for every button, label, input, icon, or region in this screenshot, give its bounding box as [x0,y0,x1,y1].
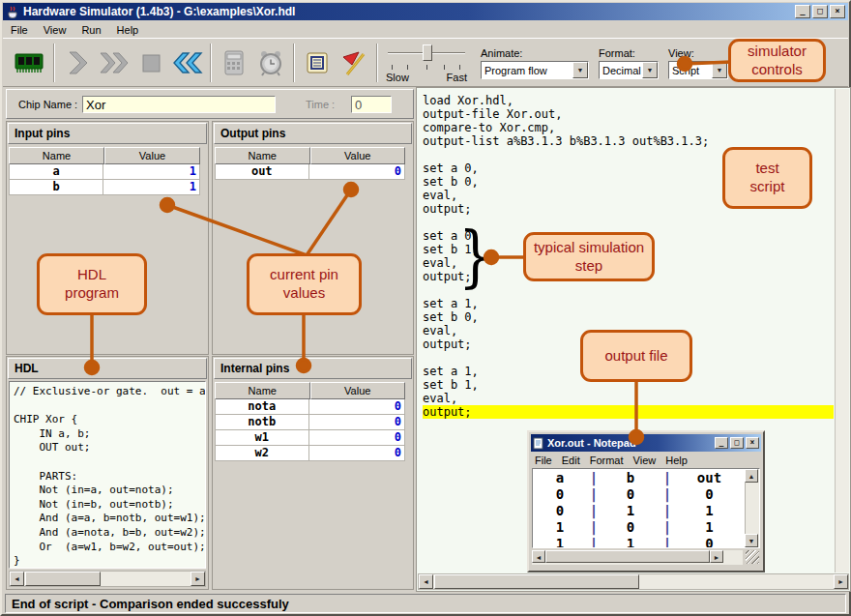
scroll-up-button[interactable]: ▲ [745,469,758,483]
calculator-button[interactable] [216,43,252,83]
script-vertical-scrollbar[interactable] [835,89,849,572]
menu-item[interactable]: View [633,455,657,466]
script-horizontal-scrollbar[interactable]: ◄ ► [418,573,849,590]
resize-grip[interactable] [746,550,759,564]
clock-button[interactable] [252,43,289,83]
notepad-row: 0 | 1 | 1 [533,503,745,519]
toolbar: Slow Fast Animate: Program flow ▼ Format… [3,38,848,87]
minimize-button[interactable]: _ [715,437,728,449]
scrollbar-thumb[interactable] [25,572,101,586]
hdl-code: // Exclusive-or gate. out = a Xor b.CHIP… [9,381,206,569]
rewind-icon [171,48,204,77]
close-button[interactable]: × [830,5,845,18]
callout-test-script: test script [722,147,812,209]
notepad-title-bar[interactable]: Xor.out - Notepad _ □ × [531,434,761,452]
time-label: Time : [306,99,335,110]
chevron-down-icon[interactable]: ▼ [572,62,588,78]
output-pins-panel: Output pins Name Value out 0 [212,121,414,355]
speed-slider[interactable]: Slow Fast [386,42,467,84]
hdl-code-line [14,399,205,414]
slider-slow-label: Slow [386,72,409,83]
toolbar-separator [376,44,378,82]
window-title: Hardware Simulator (1.4b3) - G:\examples… [23,5,793,18]
view-select[interactable]: Script ▼ [668,61,728,79]
menu-item[interactable]: Run [73,22,108,38]
scrollbar-thumb[interactable] [434,574,639,589]
format-select[interactable]: Decimal ▼ [599,61,659,79]
hdl-code-line [14,455,205,470]
close-button[interactable]: × [746,437,759,449]
notepad-horizontal-scrollbar[interactable]: ◄ ► [532,550,743,565]
animate-select[interactable]: Program flow ▼ [481,61,589,79]
notepad-icon [533,437,544,450]
menu-item[interactable]: File [3,22,36,38]
rewind-button[interactable] [169,43,206,83]
pin-value: 0 [309,430,405,445]
scrollbar-thumb[interactable] [545,550,710,563]
pin-value: 0 [309,415,405,429]
hdl-code-line: OUT out; [14,441,205,455]
run-button[interactable] [96,43,132,83]
internal-pins-title: Internal pins [214,358,412,379]
notepad-menu-bar: FileEditFormatViewHelp [531,453,761,467]
menu-item[interactable]: Help [665,455,688,466]
menu-item[interactable]: View [36,22,74,38]
pin-value[interactable]: 1 [103,164,199,179]
pin-value[interactable]: 1 [103,180,199,194]
script-line: load Xor.hdl, [423,94,834,107]
notepad-vertical-scrollbar[interactable]: ▲ ▼ [745,469,759,547]
view-control: View: Script ▼ [668,47,728,79]
menu-item[interactable]: Help [109,22,147,38]
hdl-code-line: CHIP Xor { [14,413,205,427]
script-line: set b 0, [423,310,834,324]
pin-value: 0 [309,164,405,179]
breakpoints-button[interactable] [336,43,372,83]
animate-control: Animate: Program flow ▼ [481,47,589,79]
load-chip-button[interactable] [9,43,49,83]
pin-value: 0 [309,399,405,414]
format-label: Format: [599,47,659,59]
slider-thumb[interactable] [423,44,432,61]
hdl-code-line: And (a=a, b=notb, out=w1); [14,512,205,526]
chevron-down-icon[interactable]: ▼ [642,62,658,78]
scroll-right-button[interactable]: ► [834,574,848,589]
script-scroll-icon [303,48,332,77]
chevron-down-icon[interactable]: ▼ [712,62,727,78]
run-icon [98,48,131,77]
menu-item[interactable]: File [535,455,552,466]
scroll-left-button[interactable]: ◄ [10,572,24,586]
scroll-right-button[interactable]: ► [710,550,723,563]
notepad-text: a | b | out 0 | 0 | 0 0 | 1 [533,470,745,547]
hdl-code-line: PARTS: [14,470,205,484]
column-header-name: Name [215,147,310,164]
single-step-icon [63,48,92,77]
view-script-button[interactable] [299,43,336,83]
maximize-button[interactable]: □ [812,5,828,18]
output-pins-title: Output pins [214,123,412,144]
single-step-button[interactable] [59,43,96,83]
view-label: View: [668,47,728,59]
menu-item[interactable]: Edit [562,455,580,466]
callout-output-file: output file [580,330,692,382]
maximize-button[interactable]: □ [730,437,744,449]
script-line: eval, [423,392,834,405]
script-line: compare-to Xor.cmp, [423,121,834,134]
stop-button[interactable] [132,43,169,83]
scroll-left-button[interactable]: ◄ [532,550,545,563]
scroll-down-button[interactable]: ▼ [745,534,758,547]
internal-pins-table: nota 0 notb 0 w1 0 w2 0 [215,399,405,461]
callout-hdl-program: HDL program [37,253,147,315]
chip-name-field[interactable]: Xor [82,96,276,113]
chip-name-label: Chip Name : [18,99,77,110]
toolbar-separator [210,44,212,82]
pin-row: a 1 [9,164,200,180]
menu-item[interactable]: Format [590,455,624,466]
scroll-right-button[interactable]: ► [191,572,205,586]
scroll-left-button[interactable]: ◄ [419,574,433,589]
pin-row: notb 0 [215,415,405,430]
hdl-code-line: Not (in=a, out=nota); [14,484,205,498]
script-line: output-list a%B3.1.3 b%B3.1.3 out%B3.1.3… [423,134,834,148]
pin-name: nota [216,399,309,414]
minimize-button[interactable]: _ [795,5,810,18]
hdl-horizontal-scrollbar[interactable]: ◄ ► [9,571,206,587]
